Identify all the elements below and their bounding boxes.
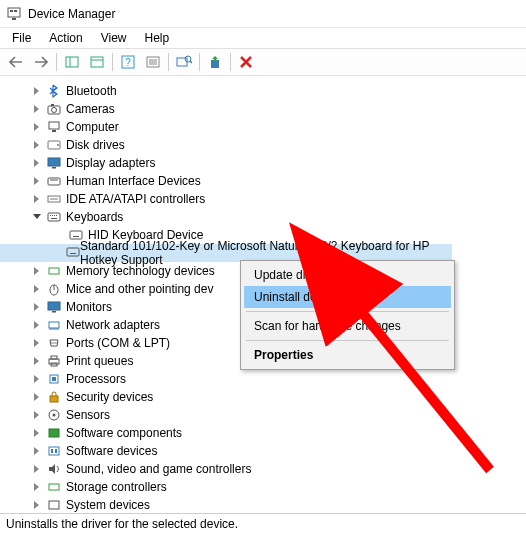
show-hide-tree-button[interactable] <box>60 51 84 73</box>
expand-icon[interactable] <box>30 462 44 476</box>
expand-icon[interactable] <box>30 390 44 404</box>
context-menu: Update driver Uninstall device Scan for … <box>240 260 455 370</box>
tree-item-security[interactable]: Security devices <box>30 388 526 406</box>
menu-file[interactable]: File <box>4 29 39 47</box>
svg-point-51 <box>53 342 54 343</box>
tree-item-hid[interactable]: Human Interface Devices <box>30 172 526 190</box>
svg-rect-62 <box>49 447 59 455</box>
svg-point-50 <box>51 342 52 343</box>
menu-action[interactable]: Action <box>41 29 90 47</box>
action-toolbar-button[interactable] <box>141 51 165 73</box>
expand-icon[interactable] <box>30 84 44 98</box>
expand-icon[interactable] <box>30 192 44 206</box>
memory-icon <box>46 263 62 279</box>
tree-item-cameras[interactable]: Cameras <box>30 100 526 118</box>
toolbar-separator <box>168 53 169 71</box>
expand-icon[interactable] <box>30 102 44 116</box>
tree-label: Storage controllers <box>66 480 167 494</box>
expand-icon[interactable] <box>30 426 44 440</box>
update-driver-toolbar-button[interactable] <box>203 51 227 73</box>
svg-rect-64 <box>55 449 57 453</box>
svg-rect-33 <box>48 213 60 221</box>
expand-icon[interactable] <box>30 318 44 332</box>
expand-icon[interactable] <box>30 264 44 278</box>
forward-button[interactable] <box>29 51 53 73</box>
svg-text:?: ? <box>125 57 131 68</box>
computer-icon <box>46 119 62 135</box>
tree-item-sensors[interactable]: Sensors <box>30 406 526 424</box>
svg-rect-22 <box>51 104 54 106</box>
expand-icon[interactable] <box>30 282 44 296</box>
expand-icon[interactable] <box>30 156 44 170</box>
tree-label: Software components <box>66 426 182 440</box>
svg-rect-58 <box>50 396 58 402</box>
svg-rect-41 <box>67 248 79 256</box>
tree-label: Processors <box>66 372 126 386</box>
tree-item-ide[interactable]: IDE ATA/ATAPI controllers <box>30 190 526 208</box>
tree-item-disk-drives[interactable]: Disk drives <box>30 136 526 154</box>
hid-icon <box>46 173 62 189</box>
expand-icon[interactable] <box>30 444 44 458</box>
svg-point-21 <box>52 108 57 113</box>
spacer <box>52 228 66 242</box>
svg-rect-42 <box>70 253 76 254</box>
context-scan-hardware[interactable]: Scan for hardware changes <box>244 315 451 337</box>
monitor-icon <box>46 299 62 315</box>
svg-rect-1 <box>10 10 13 12</box>
statusbar-text: Uninstalls the driver for the selected d… <box>6 517 238 531</box>
tree-label: IDE ATA/ATAPI controllers <box>66 192 205 206</box>
svg-rect-39 <box>70 231 82 239</box>
expand-icon[interactable] <box>30 408 44 422</box>
expand-icon[interactable] <box>30 372 44 386</box>
display-icon <box>46 155 62 171</box>
menu-view[interactable]: View <box>93 29 135 47</box>
menu-help[interactable]: Help <box>137 29 178 47</box>
tree-item-software-devices[interactable]: Software devices <box>30 442 526 460</box>
uninstall-toolbar-button[interactable] <box>234 51 258 73</box>
expand-icon[interactable] <box>30 336 44 350</box>
svg-rect-4 <box>66 57 78 67</box>
tree-item-processors[interactable]: Processors <box>30 370 526 388</box>
svg-line-16 <box>190 61 192 63</box>
expand-icon[interactable] <box>30 498 44 512</box>
tree-item-sound[interactable]: Sound, video and game controllers <box>30 460 526 478</box>
tree-label: System devices <box>66 498 150 512</box>
back-button[interactable] <box>4 51 28 73</box>
svg-rect-43 <box>49 268 59 274</box>
expand-icon[interactable] <box>30 300 44 314</box>
tree-item-software-components[interactable]: Software components <box>30 424 526 442</box>
svg-rect-2 <box>14 10 17 12</box>
expand-icon[interactable] <box>30 120 44 134</box>
context-separator <box>246 340 449 341</box>
expand-icon[interactable] <box>30 138 44 152</box>
scan-hardware-button[interactable] <box>172 51 196 73</box>
toolbar-separator <box>112 53 113 71</box>
tree-label: Sensors <box>66 408 110 422</box>
keyboard-icon <box>46 209 62 225</box>
tree-item-computer[interactable]: Computer <box>30 118 526 136</box>
device-manager-icon <box>6 6 22 22</box>
context-update-driver[interactable]: Update driver <box>244 264 451 286</box>
tree-item-bluetooth[interactable]: Bluetooth <box>30 82 526 100</box>
collapse-icon[interactable] <box>30 210 44 224</box>
context-uninstall-device[interactable]: Uninstall device <box>244 286 451 308</box>
expand-icon[interactable] <box>30 354 44 368</box>
tree-item-system[interactable]: System devices <box>30 496 526 514</box>
keyboard-icon <box>66 246 80 260</box>
help-button[interactable]: ? <box>116 51 140 73</box>
tree-item-display-adapters[interactable]: Display adapters <box>30 154 526 172</box>
expand-icon[interactable] <box>30 174 44 188</box>
mouse-icon <box>46 281 62 297</box>
properties-button[interactable] <box>85 51 109 73</box>
svg-rect-63 <box>51 449 53 453</box>
svg-rect-61 <box>49 429 59 437</box>
ide-icon <box>46 191 62 207</box>
context-properties[interactable]: Properties <box>244 344 451 366</box>
tree-item-storage[interactable]: Storage controllers <box>30 478 526 496</box>
svg-rect-0 <box>8 8 20 17</box>
tree-item-keyboards[interactable]: Keyboards <box>30 208 526 226</box>
tree-label: Memory technology devices <box>66 264 215 278</box>
svg-rect-6 <box>91 57 103 67</box>
speaker-icon <box>46 461 62 477</box>
expand-icon[interactable] <box>30 480 44 494</box>
